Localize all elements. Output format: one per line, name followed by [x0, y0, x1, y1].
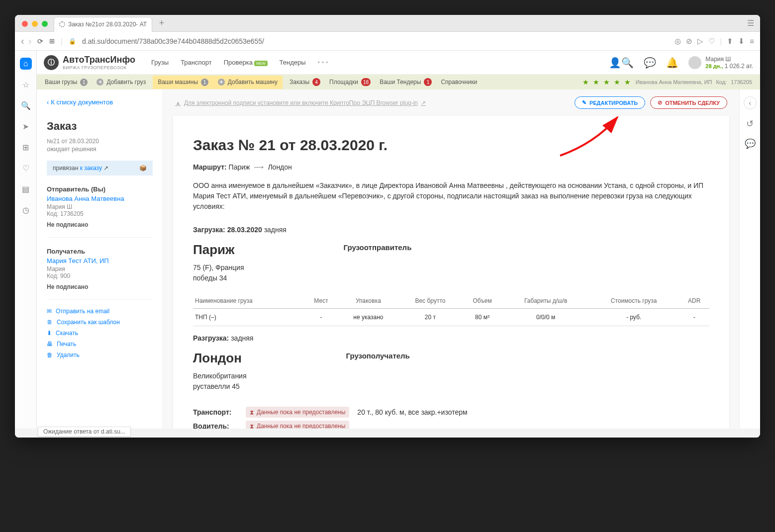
order-number: №21 от 28.03.2020 — [47, 138, 153, 145]
url-field[interactable]: d.ati.su/document/738a00c39e744b04888d5d… — [82, 37, 669, 45]
sidebar-title: Заказ — [47, 120, 153, 133]
nav-transport[interactable]: Транспорт — [181, 59, 212, 66]
edit-button[interactable]: ✎РЕДАКТИРОВАТЬ — [575, 96, 645, 109]
ribbon-code: 1736205 — [731, 79, 752, 85]
action-print[interactable]: 🖶Печать — [47, 341, 153, 348]
logo-subtitle: БИРЖА ГРУЗОПЕРЕВОЗОК — [63, 65, 135, 70]
ribbon-orders[interactable]: Заказы4 — [290, 78, 320, 86]
tab-menu-icon[interactable]: ☰ — [747, 18, 754, 28]
search-icon[interactable]: 🔍 — [20, 99, 32, 111]
city-to: Лондон — [193, 349, 247, 368]
sender-label: Отправитель (Вы) — [47, 185, 153, 193]
forward-button[interactable]: › — [28, 35, 32, 47]
unloading-line: Разгрузка: задняя — [193, 333, 709, 344]
clock-icon[interactable]: ◷ — [20, 204, 32, 216]
back-button[interactable]: ‹ — [21, 35, 24, 47]
chevron-left-icon: ‹ — [47, 98, 49, 106]
city-from: Париж — [193, 240, 244, 260]
action-download[interactable]: ⬇Скачать — [47, 330, 153, 337]
sender-code: Код: 1736205 — [47, 210, 153, 217]
ribbon-directories[interactable]: Справочники — [441, 79, 477, 86]
cargo-table: Наименование груза Мест Упаковка Вес бру… — [193, 293, 709, 326]
browser-tab[interactable]: Заказ №21от 28.03.2020- АТ — [54, 17, 152, 32]
package-icon: 📦 — [139, 165, 147, 172]
bell-icon[interactable]: 🔔 — [666, 57, 678, 69]
user-name[interactable]: Мария Ш — [705, 56, 753, 63]
avatar[interactable] — [688, 56, 701, 69]
doc-sidebar: ‹К списку документов Заказ №21 от 28.03.… — [37, 89, 163, 429]
nav-check[interactable]: ПроверкаNEW — [224, 59, 268, 66]
block-icon[interactable]: ⊘ — [686, 37, 692, 46]
order-status: ожидает решения — [47, 146, 153, 153]
user-days: 28 дн., — [705, 63, 723, 69]
news-icon[interactable]: ▤ — [20, 183, 32, 195]
camera-icon[interactable]: ◎ — [675, 37, 681, 46]
download-icon[interactable]: ⬇ — [738, 37, 745, 46]
new-tab-button[interactable]: + — [156, 18, 167, 29]
minimize-window[interactable] — [32, 21, 38, 27]
back-to-list-link[interactable]: ‹К списку документов — [47, 98, 153, 106]
play-icon[interactable]: ▷ — [697, 37, 703, 46]
nav-cargo[interactable]: Грузы — [151, 59, 169, 66]
home-icon[interactable]: ⌂ — [20, 58, 32, 70]
recipient-name[interactable]: Мария Тест АТИ, ИП — [47, 257, 153, 265]
grid-icon[interactable]: ⊞ — [49, 37, 55, 45]
warning-icon: ▲ — [175, 99, 181, 106]
close-window[interactable] — [22, 21, 28, 27]
chat-icon[interactable]: 💬 — [644, 57, 656, 69]
loading-line: Загрузка: 28.03.2020 задняя — [193, 225, 709, 235]
ribbon-add-cargo[interactable]: +Добавить груз — [97, 79, 146, 86]
ribbon-platforms[interactable]: Площадки18 — [329, 78, 371, 86]
logo-text[interactable]: АвтоТрансИнфо — [63, 55, 135, 65]
header-search-icon[interactable]: 👤🔍 — [609, 57, 634, 69]
heart-icon[interactable]: ♡ — [708, 37, 715, 46]
consignee-label: Грузополучатель — [346, 351, 410, 362]
ribbon-owner[interactable]: Иванова Анна Матвеевна, ИП — [636, 79, 712, 85]
country-to: Великобритания — [193, 371, 247, 381]
maximize-window[interactable] — [42, 21, 48, 27]
bound-to-order[interactable]: привязан к заказу ↗ 📦 — [47, 161, 153, 176]
consignor-label: Грузоотправитель — [343, 242, 411, 254]
action-email[interactable]: ✉Отправить на email — [47, 308, 153, 315]
th-cost: Стоимость груза — [588, 293, 679, 309]
tab-title: Заказ №21от 28.03.2020- АТ — [68, 21, 147, 28]
heart-icon[interactable]: ♡ — [20, 162, 32, 174]
apps-icon[interactable]: ⊞ — [20, 141, 32, 153]
menu-icon[interactable]: ≡ — [750, 37, 754, 45]
site-header: ⓘ АвтоТрансИнфо БИРЖА ГРУЗОПЕРЕВОЗОК Гру… — [37, 51, 760, 75]
th-name: Наименование груза — [193, 293, 305, 309]
share-icon[interactable]: ⬆ — [727, 37, 733, 46]
transport-row: Транспорт: ⧗Данные пока не предоставлены… — [193, 407, 709, 418]
addr-to: руставелли 45 — [193, 381, 247, 392]
nav-more-icon[interactable]: • • • — [318, 59, 328, 66]
ribbon-your-trucks[interactable]: Ваши машины 1 + Добавить машину — [153, 76, 283, 89]
reload-button[interactable]: ⟳ — [37, 37, 43, 45]
hourglass-icon: ⧗ — [250, 422, 254, 429]
collapse-icon[interactable]: ‹ — [744, 96, 757, 109]
doc-intro: ООО анна именуемое в дальнейшем «Заказчи… — [193, 180, 709, 212]
right-sidebar: ‹ ↺ 💬 — [739, 89, 760, 429]
star-outline-icon[interactable]: ☆ — [20, 79, 32, 90]
ribbon-tenders[interactable]: Ваши Тендеры1 — [380, 78, 432, 86]
nav-tenders[interactable]: Тендеры — [280, 59, 306, 66]
cancel-deal-button[interactable]: ⊘ОТМЕНИТЬ СДЕЛКУ — [650, 96, 727, 109]
loading-spinner-icon — [59, 21, 65, 27]
th-places: Мест — [305, 293, 338, 309]
transport-specs: 20 т., 80 куб. м, все закр.+изотерм — [357, 407, 467, 418]
action-save-template[interactable]: 🗎Сохранить как шаблон — [47, 319, 153, 326]
send-icon[interactable]: ➤ — [20, 120, 32, 132]
logo-icon[interactable]: ⓘ — [44, 55, 59, 70]
hourglass-icon: ⧗ — [250, 408, 254, 417]
rating-stars-icon: ★ ★ ★ ★ ★ — [582, 78, 632, 86]
print-icon: 🖶 — [47, 341, 53, 348]
action-delete[interactable]: 🗑Удалить — [47, 352, 153, 358]
driver-row: Водитель: ⧗Данные пока не предоставлены — [193, 421, 709, 429]
crypto-warning-link[interactable]: ▲Для электронной подписи установите или … — [175, 99, 426, 106]
th-pack: Упаковка — [338, 293, 399, 309]
comments-icon[interactable]: 💬 — [745, 138, 756, 149]
browser-tabbar: Заказ №21от 28.03.2020- АТ + ☰ — [15, 15, 760, 32]
sender-name[interactable]: Иванова Анна Матвеевна — [47, 195, 153, 202]
ribbon-your-cargo[interactable]: Ваши грузы1 — [45, 79, 88, 86]
history-icon[interactable]: ↺ — [746, 118, 754, 129]
recipient-person: Мария — [47, 266, 153, 272]
